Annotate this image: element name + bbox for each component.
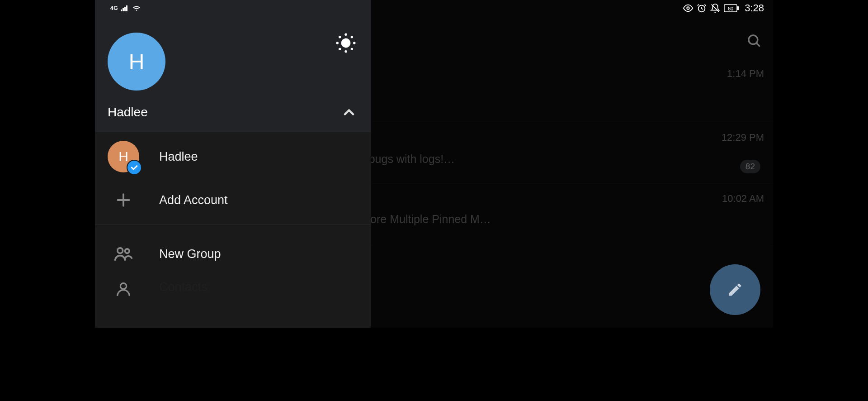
navigation-drawer: H Hadlee: [95, 0, 371, 328]
svg-rect-0: [121, 10, 122, 11]
svg-point-24: [118, 248, 123, 253]
drawer-header: H Hadlee: [95, 0, 371, 132]
svg-point-17: [353, 42, 355, 44]
svg-point-19: [351, 48, 353, 50]
account-name: Hadlee: [159, 150, 198, 164]
battery-level: 60: [728, 6, 733, 11]
notification-off-icon: [710, 3, 720, 13]
svg-point-20: [339, 48, 341, 50]
theme-toggle[interactable]: [335, 32, 357, 54]
svg-rect-1: [123, 8, 124, 11]
check-icon: [130, 163, 139, 172]
svg-point-25: [125, 249, 129, 253]
svg-point-26: [120, 283, 126, 289]
plus-icon: [115, 191, 132, 209]
add-account-item[interactable]: Add Account: [95, 178, 371, 222]
svg-point-21: [351, 36, 353, 38]
contacts-item[interactable]: Contacts: [95, 276, 371, 303]
menu-label: New Group: [159, 247, 221, 261]
account-section: H Hadlee Add Ac: [95, 135, 371, 225]
chevron-up-icon: [340, 103, 358, 121]
svg-rect-2: [124, 7, 126, 11]
status-bar: 4G: [95, 0, 773, 16]
network-4g-icon: 4G: [110, 5, 118, 11]
svg-point-16: [336, 42, 339, 44]
svg-point-4: [687, 7, 689, 10]
add-account-label: Add Account: [159, 193, 228, 207]
alarm-icon: [697, 3, 707, 13]
sun-icon: [335, 32, 357, 54]
group-icon: [113, 244, 133, 264]
eye-icon: [683, 3, 693, 13]
battery-icon: 60: [724, 4, 739, 12]
active-check-badge: [127, 160, 142, 175]
svg-point-13: [341, 38, 351, 48]
compose-fab[interactable]: [710, 264, 760, 315]
account-item[interactable]: H Hadlee: [95, 135, 371, 178]
profile-name-row[interactable]: Hadlee: [108, 103, 358, 121]
menu-section: New Group Contacts: [95, 225, 371, 303]
drawer-body: H Hadlee Add Ac: [95, 132, 371, 328]
svg-point-18: [339, 36, 341, 38]
new-group-item[interactable]: New Group: [95, 232, 371, 276]
profile-avatar[interactable]: H: [108, 33, 165, 91]
status-right: 60 3:28: [683, 2, 764, 14]
status-left: 4G: [104, 5, 142, 12]
svg-point-14: [344, 33, 347, 36]
svg-rect-8: [737, 6, 739, 10]
person-icon: [114, 280, 132, 298]
profile-name: Hadlee: [108, 105, 148, 119]
pencil-icon: [727, 282, 743, 298]
wifi-icon: [132, 5, 142, 12]
signal-icon: [121, 5, 129, 11]
svg-point-15: [344, 50, 347, 53]
avatar-letter: H: [129, 49, 145, 74]
svg-rect-3: [126, 5, 127, 11]
app-screen: 4G: [95, 0, 773, 328]
avatar-letter: H: [118, 149, 128, 164]
menu-label: Contacts: [159, 280, 208, 294]
status-time: 3:28: [745, 2, 764, 14]
account-avatar: H: [108, 141, 139, 172]
